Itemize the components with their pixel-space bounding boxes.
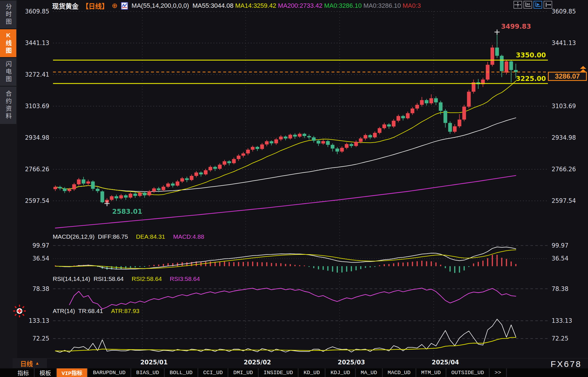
axis-shift-icon[interactable]: [544, 1, 552, 9]
toolbar-item-kdj_ud[interactable]: KDJ_UD: [326, 368, 356, 377]
candle-body: [190, 176, 193, 180]
candle-body: [439, 102, 442, 111]
candle-body: [270, 141, 273, 143]
low-annotation: 2583.01: [112, 208, 142, 215]
ma-settings: MA(55,14,200,0,0,0): [132, 2, 189, 9]
price-axis-label-right: 2597.54: [552, 197, 576, 204]
toolbar-item-[interactable]: 指标: [13, 368, 35, 377]
toolbar-item-boll_ud[interactable]: BOLL_UD: [165, 368, 198, 377]
candle-body: [462, 107, 466, 120]
candle-body: [425, 100, 428, 103]
high-annotation: 3499.83: [501, 23, 531, 30]
axis-play-icon[interactable]: [534, 1, 542, 9]
candle-body: [180, 178, 184, 181]
toolbar-item-[interactable]: >>: [490, 368, 507, 377]
chart-mini-icon[interactable]: [121, 2, 128, 10]
candle-body: [265, 141, 269, 144]
candle-body: [143, 193, 146, 195]
target-icon[interactable]: ⊕: [112, 2, 117, 9]
move-icon[interactable]: [513, 1, 522, 9]
price-axis-label-left: 3272.41: [25, 71, 49, 78]
candle-body: [77, 179, 81, 184]
candle-body: [345, 144, 348, 148]
axis-scale-icon[interactable]: [524, 1, 532, 9]
candle-body: [368, 135, 372, 137]
candle-body: [110, 196, 113, 200]
candle-body: [115, 196, 118, 198]
trading-app: 分时图K线图闪电图合约资料 3609.853609.853441.133441.…: [0, 0, 588, 377]
toolbar-item-outside_ud[interactable]: OUTSIDE_UD: [446, 368, 490, 377]
period-tag[interactable]: 【日线】: [82, 1, 108, 11]
candle-body: [213, 167, 217, 169]
candle-body: [256, 147, 259, 149]
toolbar-item-dmi_ud[interactable]: DMI_UD: [228, 368, 258, 377]
toolbar-item-ma_ud[interactable]: MA_UD: [356, 368, 383, 377]
candle-body: [152, 188, 156, 191]
candle-body: [509, 61, 513, 70]
toolbar-item-vip[interactable]: VIP指标: [57, 368, 88, 377]
macd-axis-label-right: 99.97: [552, 242, 569, 249]
candle-body: [171, 184, 175, 186]
price-axis-label-left: 3441.13: [25, 40, 49, 46]
price-axis-label-right: 2766.26: [552, 166, 576, 173]
atr-tr-line: [55, 319, 516, 352]
atr-tr-value: TR:68.41: [78, 308, 103, 314]
sidebar-item-0[interactable]: 分时图: [0, 1, 16, 28]
support-label: 3225.00: [516, 75, 546, 82]
timeframe-selector[interactable]: 日线 ▲: [13, 358, 47, 368]
atr-axis-label-left: 72.25: [32, 335, 49, 342]
watermark: FX678: [551, 359, 582, 369]
rsi-axis-label-left: 78.38: [32, 285, 49, 292]
candle-body: [218, 165, 222, 169]
toolbar-item-kd_ud[interactable]: KD_UD: [299, 368, 326, 377]
candle-body: [505, 61, 508, 73]
candle-body: [340, 148, 344, 151]
sidebar-item-2[interactable]: 闪电图: [0, 58, 16, 86]
toolbar-item-barupdn_ud[interactable]: BARUPDN_UD: [88, 368, 131, 377]
atr-value: ATR:87.93: [111, 308, 139, 314]
candle-body: [68, 189, 71, 191]
toolbar-item-macd_ud[interactable]: MACD_UD: [383, 368, 416, 377]
candle-body: [199, 172, 203, 174]
candle-body: [246, 150, 250, 153]
toolbar-item-inside_ud[interactable]: INSIDE_UD: [259, 368, 299, 377]
price-axis-label-right: 3609.85: [552, 8, 576, 15]
candle-body: [232, 159, 236, 163]
rsi2-value: RSI2:58.64: [132, 275, 162, 282]
ma-values: MA55:3044.08MA14:3259.42MA200:2733.42MA0…: [193, 2, 423, 9]
candle-body: [124, 195, 128, 198]
candle-body: [495, 48, 499, 56]
candle-body: [101, 191, 104, 202]
symbol-name: 现货黄金: [52, 1, 79, 11]
rsi-axis-label-right: 78.38: [552, 285, 569, 292]
candle-body: [157, 188, 160, 190]
candle-body: [303, 134, 306, 136]
toolbar-item-bias_ud[interactable]: BIAS_UD: [131, 368, 165, 377]
sidebar-item-3[interactable]: 合约资料: [0, 87, 16, 124]
macd-value: MACD:4.88: [173, 233, 204, 240]
price-axis-label-right: 3441.13: [552, 40, 576, 46]
price-axis-label-left: 3103.69: [25, 103, 49, 110]
toolbar-item-mtm_ud[interactable]: MTM_UD: [416, 368, 446, 377]
macd-title: MACD(26,12,9): [53, 233, 95, 240]
x-axis-label: 2025/03: [338, 359, 365, 366]
candle-body: [415, 105, 419, 108]
sidebar-item-1[interactable]: K线图: [0, 29, 16, 57]
candle-body: [312, 137, 316, 141]
atr-axis-label-left: 133.13: [29, 317, 49, 324]
atr-label-row: ATR(14) TR:68.41 ATR:87.93: [53, 308, 139, 314]
candle-body: [491, 48, 494, 65]
ma55-line: [55, 118, 516, 192]
candle-body: [166, 184, 170, 187]
candle-body: [326, 141, 330, 145]
price-axis-label-left: 3609.85: [25, 8, 49, 15]
candle-body: [274, 139, 278, 143]
live-indicator-icon: [13, 304, 26, 318]
candle-body: [397, 116, 400, 121]
chart-header: 现货黄金 【日线】 ⊕ MA(55,14,200,0,0,0) MA55:304…: [52, 1, 423, 10]
ma-value-1: MA14:3259.42: [235, 2, 276, 9]
toolbar-item-[interactable]: 模板: [35, 368, 57, 377]
candle-body: [82, 179, 85, 183]
toolbar-item-cci_ud[interactable]: CCI_UD: [198, 368, 228, 377]
candle-body: [317, 141, 320, 143]
